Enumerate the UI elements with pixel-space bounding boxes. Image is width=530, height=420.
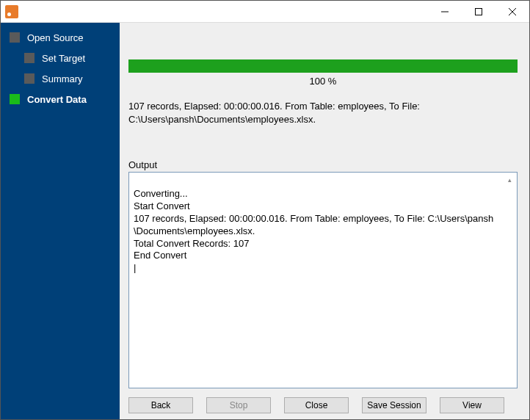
close-window-button[interactable] bbox=[495, 1, 529, 22]
svg-rect-1 bbox=[476, 8, 482, 15]
minimize-button[interactable] bbox=[428, 1, 462, 22]
output-textarea[interactable]: Converting... Start Convert 107 records,… bbox=[128, 172, 518, 388]
button-row: Back Stop Close Save Session View bbox=[120, 388, 529, 413]
minimize-icon bbox=[441, 8, 449, 15]
step-icon bbox=[10, 94, 20, 104]
maximize-button[interactable] bbox=[462, 1, 495, 22]
close-icon bbox=[509, 8, 516, 15]
body: Open Source Set Target Summary Convert D… bbox=[1, 23, 529, 419]
content-pane: 100 % 107 records, Elapsed: 00:00:00.016… bbox=[120, 23, 529, 419]
save-session-button[interactable]: Save Session bbox=[362, 397, 426, 413]
app-icon bbox=[5, 5, 18, 18]
status-text: 107 records, Elapsed: 00:00:00.016. From… bbox=[128, 100, 518, 126]
app-window: Open Source Set Target Summary Convert D… bbox=[0, 0, 530, 420]
step-icon bbox=[24, 73, 35, 84]
sidebar-item-set-target[interactable]: Set Target bbox=[1, 48, 120, 68]
scroll-up-icon: ▴ bbox=[504, 174, 515, 186]
content-inner: 100 % 107 records, Elapsed: 00:00:00.016… bbox=[120, 23, 529, 388]
progress-percent-label: 100 % bbox=[310, 76, 337, 87]
output-content: Converting... Start Convert 107 records,… bbox=[134, 188, 493, 273]
sidebar-item-label: Convert Data bbox=[27, 94, 87, 105]
sidebar-item-label: Set Target bbox=[42, 53, 85, 64]
back-button[interactable]: Back bbox=[128, 397, 193, 413]
output-label: Output bbox=[128, 159, 518, 170]
progress-area: 100 % bbox=[128, 59, 518, 87]
close-button[interactable]: Close bbox=[284, 397, 349, 413]
sidebar-item-convert-data[interactable]: Convert Data bbox=[1, 89, 120, 109]
progress-fill bbox=[128, 59, 518, 73]
wizard-sidebar: Open Source Set Target Summary Convert D… bbox=[1, 23, 120, 419]
step-icon bbox=[10, 32, 20, 43]
step-icon bbox=[24, 53, 35, 63]
titlebar bbox=[1, 1, 529, 23]
maximize-icon bbox=[475, 8, 482, 15]
sidebar-item-label: Open Source bbox=[27, 32, 84, 43]
view-button[interactable]: View bbox=[440, 397, 504, 413]
window-controls bbox=[428, 1, 529, 22]
sidebar-item-open-source[interactable]: Open Source bbox=[1, 27, 120, 48]
stop-button[interactable]: Stop bbox=[206, 397, 271, 413]
sidebar-item-label: Summary bbox=[42, 73, 83, 84]
progress-bar bbox=[128, 59, 518, 73]
sidebar-item-summary[interactable]: Summary bbox=[1, 68, 120, 89]
